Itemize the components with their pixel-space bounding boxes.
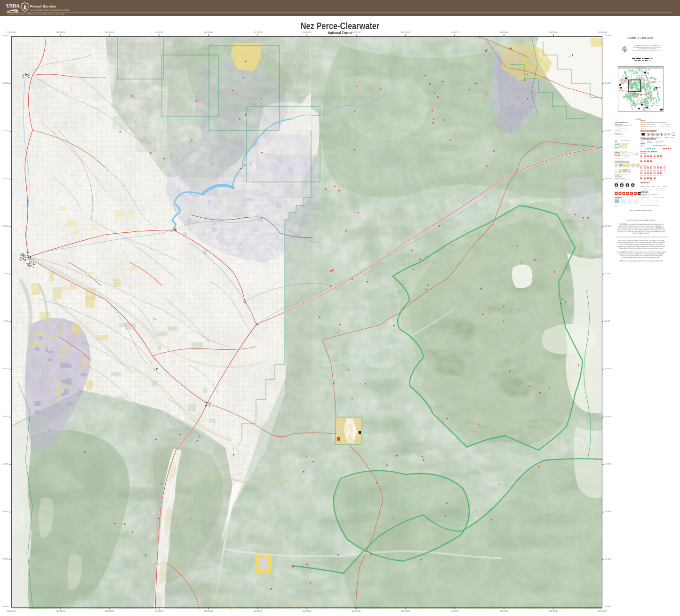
svg-text:46°35'N: 46°35'N [605,558,611,560]
svg-text:46°45'N: 46°45'N [605,463,611,465]
svg-text:Trail: Trail [650,163,653,164]
svg-text:County: County [656,137,659,138]
svg-text:46°5'N: 46°5'N [605,273,610,275]
svg-text:Forward: Forward [633,195,637,196]
svg-text:Trail: Trail [644,180,646,181]
svg-text:46°5'N: 46°5'N [3,273,8,275]
svg-text:Trail: Trail [640,180,643,181]
svg-text:46°50'N: 46°50'N [605,416,611,418]
svg-text:Trail: Trail [660,175,663,176]
svg-text:Other: Other [671,137,674,138]
svg-text:Tribal: Tribal [619,172,621,173]
svg-text:116°50'0"W: 116°50'0"W [598,32,607,33]
svg-text:Trail: Trail [650,170,653,171]
svg-text:46°40'N: 46°40'N [605,511,611,513]
svg-text:Trail: Trail [650,180,653,181]
svg-text:Trail: Trail [647,158,649,159]
svg-text:Trailhead: Trailhead [627,195,632,196]
svg-text:Kilometers: Kilometers [652,61,656,62]
svg-text:WILDERNESS DESIGNATION: WILDERNESS DESIGNATION [615,142,630,143]
svg-text:Trail: Trail [640,163,643,164]
svg-text:Perennial: Perennial [615,203,619,204]
svg-text:Trail: Trail [640,170,643,171]
svg-text:116°40'0"W: 116°40'0"W [105,32,114,33]
svg-text:Section Line - Surveyed: Section Line - Surveyed [615,178,625,179]
svg-text:Trail: Trail [640,158,643,159]
svg-text:OTHER TRANSPORTATION: OTHER TRANSPORTATION [640,138,656,140]
svg-text:Picnic: Picnic [623,195,625,196]
svg-text:Trail: Trail [644,163,646,164]
svg-text:116°25'0"W: 116°25'0"W [254,610,263,612]
svg-text:Trail: Trail [644,158,646,159]
svg-text:Primary Highway: Primary Highway [647,124,655,125]
svg-text:Watermill: Watermill [640,186,645,187]
svg-text:Trail: Trail [654,180,656,181]
svg-text:BLM: BLM [623,166,625,167]
svg-text:FEDERAL OFFICES: FEDERAL OFFICES [615,182,625,183]
svg-text:Lock Chamber / Weir: Lock Chamber / Weir [643,190,653,190]
svg-text:Intermittent Stream: Intermittent Stream [640,197,649,197]
svg-text:Research Natural Areas: Research Natural Areas [615,158,625,158]
svg-text:116°5'0"W: 116°5'0"W [451,610,459,612]
svg-text:46°30'N: 46°30'N [2,606,8,608]
svg-text:ROAD SIGNS/SHIELDMENT: ROAD SIGNS/SHIELDMENT [640,130,656,132]
svg-text:Braided or Streamflat: Braided or Streamflat [654,197,664,197]
svg-text:4x4: 4x4 [640,149,642,150]
svg-text:46°45'N: 46°45'N [2,463,8,465]
svg-text:46°0'N: 46°0'N [605,320,610,322]
svg-text:ADMINISTRATIVE BOUNDARIES: ADMINISTRATIVE BOUNDARIES [615,138,632,139]
svg-text:Trail: Trail [640,145,643,146]
svg-text:46°30'N: 46°30'N [605,35,611,37]
svg-text:116°15'0"W: 116°15'0"W [352,32,361,33]
svg-text:116°55'0"W: 116°55'0"W [549,32,558,33]
svg-text:116°35'0"W: 116°35'0"W [155,610,164,612]
svg-text:Levee: Levee [654,202,657,203]
svg-text:Trail: Trail [650,158,653,159]
svg-text:46°10'N: 46°10'N [2,225,8,227]
svg-text:Trail: Trail [657,158,659,159]
svg-text:Dirt Road: Dirt Road [665,126,670,127]
svg-text:USFWS: USFWS [632,166,635,167]
svg-text:46°30'N: 46°30'N [2,35,8,37]
svg-text:116°30'0"W: 116°30'0"W [204,610,213,612]
svg-text:Sand/Playa: Sand/Playa [634,203,639,204]
svg-text:Underground Pipeline Aqueduct;: Underground Pipeline Aqueduct; Tunnel [640,199,659,201]
svg-text:116°30'0"W: 116°30'0"W [204,32,213,33]
svg-text:116°50'0"W: 116°50'0"W [598,610,607,612]
svg-text:46°40'N: 46°40'N [2,511,8,513]
svg-text:Intermittent: Intermittent [621,203,626,204]
svg-text:Secondary Highway: Secondary Highway [647,126,656,127]
svg-text:Trail: Trail [644,175,646,176]
svg-text:Forest Road: Forest Road [647,128,653,129]
svg-text:FR: FR [660,137,661,138]
svg-text:116°45'0"W: 116°45'0"W [56,32,65,33]
svg-text:46°20'N: 46°20'N [2,130,8,132]
svg-text:46°55'N: 46°55'N [605,368,611,370]
svg-text:TOWNSHIP AND RANGE: TOWNSHIP AND RANGE [615,174,627,174]
svg-text:Boat: Boat [652,186,654,187]
svg-text:U.S. Fish && Wildlife Service: U.S. Fish && Wildlife Service [615,135,627,136]
svg-text:116°0'0"W: 116°0'0"W [500,32,508,33]
svg-text:Trail: Trail [650,175,653,176]
svg-text:State: State [615,140,617,141]
svg-text:Interstate: Interstate [640,137,645,138]
svg-text:46°25'N: 46°25'N [2,82,8,84]
svg-text:116°15'0"W: 116°15'0"W [352,610,361,612]
svg-text:USFS: USFS [619,166,621,167]
svg-text:High Clearance: High Clearance [665,128,673,129]
svg-text:Trail: Trail [647,163,649,164]
svg-text:OTHER DESIGNATIONS: OTHER DESIGNATIONS [615,150,627,151]
svg-text:BOR: BOR [627,166,629,167]
svg-text:BLM: BLM [631,187,633,188]
svg-text:Trail: Trail [644,170,646,171]
svg-text:IDAHO: IDAHO [636,67,646,69]
svg-text:Township/Range: Township/Range [615,176,622,177]
svg-text:116°40'0"W: 116°40'0"W [105,610,114,612]
svg-text:Wall: Wall [640,202,643,203]
svg-text:Trail: Trail [660,158,663,159]
svg-text:Paved Road: Paved Road [665,124,672,125]
svg-text:116°10'0"W: 116°10'0"W [401,32,410,33]
svg-text:Trail: Trail [647,170,649,171]
svg-text:Other State: Other State [627,172,632,173]
svg-text:current. Refer to regional upd: current. Refer to regional updates. [615,162,630,163]
